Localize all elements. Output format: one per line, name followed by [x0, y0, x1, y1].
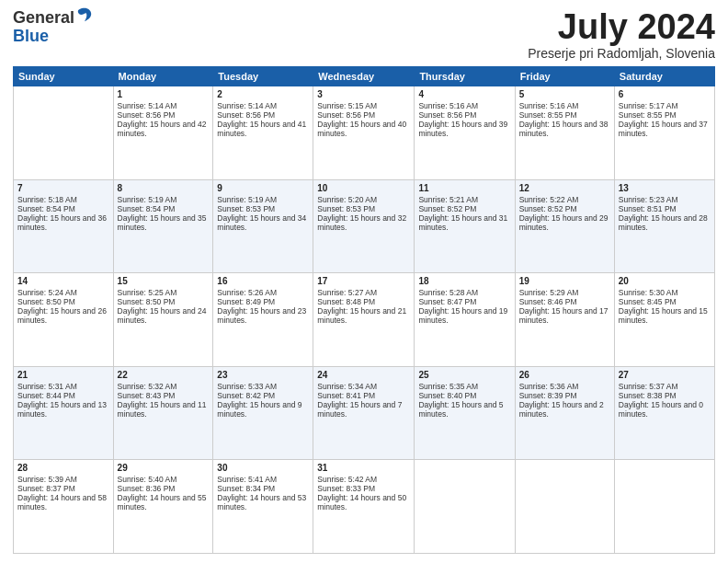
calendar-cell: 4Sunrise: 5:16 AMSunset: 8:56 PMDaylight… — [415, 86, 515, 180]
sunset-text: Sunset: 8:56 PM — [217, 110, 275, 120]
day-number: 20 — [619, 276, 711, 286]
daylight-text: Daylight: 15 hours and 40 minutes. — [317, 120, 406, 138]
sunrise-text: Sunrise: 5:36 AM — [519, 382, 579, 391]
th-saturday: Saturday — [614, 67, 714, 86]
calendar-cell: 13Sunrise: 5:23 AMSunset: 8:51 PMDayligh… — [614, 179, 714, 273]
day-number: 16 — [217, 276, 309, 286]
day-number: 11 — [418, 183, 510, 193]
title-area: July 2024 Preserje pri Radomljah, Sloven… — [528, 9, 715, 61]
sunrise-text: Sunrise: 5:15 AM — [317, 101, 377, 110]
sunset-text: Sunset: 8:34 PM — [217, 484, 275, 493]
sunset-text: Sunset: 8:37 PM — [17, 484, 75, 493]
daylight-text: Daylight: 15 hours and 5 minutes. — [418, 400, 503, 419]
sunrise-text: Sunrise: 5:16 AM — [418, 101, 478, 110]
day-number: 2 — [217, 89, 309, 99]
calendar-cell: 16Sunrise: 5:26 AMSunset: 8:49 PMDayligh… — [213, 273, 313, 367]
day-number: 29 — [118, 463, 210, 473]
sunset-text: Sunset: 8:56 PM — [118, 110, 176, 120]
sunrise-text: Sunrise: 5:26 AM — [217, 288, 277, 297]
daylight-text: Daylight: 15 hours and 38 minutes. — [519, 120, 609, 138]
sunrise-text: Sunrise: 5:33 AM — [217, 382, 277, 391]
calendar-cell: 18Sunrise: 5:28 AMSunset: 8:47 PMDayligh… — [415, 273, 515, 367]
sunrise-text: Sunrise: 5:22 AM — [519, 195, 579, 204]
day-number: 8 — [118, 183, 210, 193]
sunrise-text: Sunrise: 5:19 AM — [118, 195, 177, 204]
sunset-text: Sunset: 8:54 PM — [17, 204, 75, 213]
sunrise-text: Sunrise: 5:14 AM — [118, 101, 177, 110]
daylight-text: Daylight: 15 hours and 21 minutes. — [317, 306, 406, 325]
day-number: 9 — [217, 183, 309, 193]
sunrise-text: Sunrise: 5:41 AM — [217, 475, 277, 484]
logo-blue-text: Blue — [13, 28, 93, 46]
day-number: 18 — [418, 276, 510, 286]
daylight-text: Daylight: 15 hours and 26 minutes. — [17, 306, 107, 325]
sunset-text: Sunset: 8:51 PM — [619, 204, 677, 213]
th-wednesday: Wednesday — [313, 67, 415, 86]
day-number: 5 — [519, 89, 610, 99]
logo-general-text: General — [13, 9, 74, 28]
sunset-text: Sunset: 8:33 PM — [317, 484, 375, 493]
day-number: 10 — [317, 183, 410, 193]
sunrise-text: Sunrise: 5:20 AM — [317, 195, 377, 204]
daylight-text: Daylight: 15 hours and 36 minutes. — [17, 213, 107, 232]
day-number: 30 — [217, 463, 309, 473]
sunset-text: Sunset: 8:38 PM — [619, 391, 677, 400]
daylight-text: Daylight: 15 hours and 0 minutes. — [619, 400, 703, 419]
daylight-text: Daylight: 15 hours and 19 minutes. — [418, 306, 507, 325]
th-friday: Friday — [515, 67, 614, 86]
day-number: 7 — [17, 183, 109, 193]
daylight-text: Daylight: 14 hours and 58 minutes. — [17, 493, 107, 511]
calendar-cell: 31Sunrise: 5:42 AMSunset: 8:33 PMDayligh… — [313, 460, 415, 554]
sunset-text: Sunset: 8:40 PM — [418, 391, 476, 400]
daylight-text: Daylight: 15 hours and 7 minutes. — [317, 400, 402, 419]
daylight-text: Daylight: 15 hours and 13 minutes. — [17, 400, 107, 419]
sunset-text: Sunset: 8:48 PM — [317, 297, 375, 306]
sunrise-text: Sunrise: 5:19 AM — [217, 195, 277, 204]
calendar-cell: 10Sunrise: 5:20 AMSunset: 8:53 PMDayligh… — [313, 179, 415, 273]
daylight-text: Daylight: 15 hours and 35 minutes. — [118, 213, 207, 232]
day-number: 22 — [118, 370, 210, 380]
calendar-week-1: 1Sunrise: 5:14 AMSunset: 8:56 PMDaylight… — [14, 86, 715, 180]
sunset-text: Sunset: 8:56 PM — [317, 110, 375, 120]
sunset-text: Sunset: 8:42 PM — [217, 391, 275, 400]
sunset-text: Sunset: 8:44 PM — [17, 391, 75, 400]
calendar-cell: 14Sunrise: 5:24 AMSunset: 8:50 PMDayligh… — [14, 273, 114, 367]
day-number: 31 — [317, 463, 410, 473]
sunset-text: Sunset: 8:39 PM — [519, 391, 577, 400]
sunrise-text: Sunrise: 5:18 AM — [17, 195, 77, 204]
month-title: July 2024 — [528, 9, 715, 44]
calendar-cell: 29Sunrise: 5:40 AMSunset: 8:36 PMDayligh… — [113, 460, 213, 554]
calendar-cell: 17Sunrise: 5:27 AMSunset: 8:48 PMDayligh… — [313, 273, 415, 367]
day-number: 6 — [619, 89, 711, 99]
calendar-cell: 7Sunrise: 5:18 AMSunset: 8:54 PMDaylight… — [14, 179, 114, 273]
sunset-text: Sunset: 8:50 PM — [118, 297, 176, 306]
daylight-text: Daylight: 15 hours and 34 minutes. — [217, 213, 306, 232]
sunset-text: Sunset: 8:52 PM — [519, 204, 577, 213]
header: General Blue July 2024 Preserje pri Rado… — [13, 9, 715, 61]
day-number: 17 — [317, 276, 410, 286]
calendar-cell: 5Sunrise: 5:16 AMSunset: 8:55 PMDaylight… — [515, 86, 614, 180]
calendar-cell: 15Sunrise: 5:25 AMSunset: 8:50 PMDayligh… — [113, 273, 213, 367]
calendar-cell: 11Sunrise: 5:21 AMSunset: 8:52 PMDayligh… — [415, 179, 515, 273]
th-sunday: Sunday — [14, 67, 114, 86]
calendar-cell: 22Sunrise: 5:32 AMSunset: 8:43 PMDayligh… — [113, 366, 213, 460]
sunrise-text: Sunrise: 5:28 AM — [418, 288, 478, 297]
daylight-text: Daylight: 15 hours and 23 minutes. — [217, 306, 306, 325]
sunset-text: Sunset: 8:50 PM — [17, 297, 75, 306]
th-monday: Monday — [113, 67, 213, 86]
calendar-cell — [515, 460, 614, 554]
sunrise-text: Sunrise: 5:30 AM — [619, 288, 678, 297]
calendar-cell: 3Sunrise: 5:15 AMSunset: 8:56 PMDaylight… — [313, 86, 415, 180]
calendar-week-2: 7Sunrise: 5:18 AMSunset: 8:54 PMDaylight… — [14, 179, 715, 273]
sunset-text: Sunset: 8:55 PM — [519, 110, 577, 120]
day-number: 14 — [17, 276, 109, 286]
calendar-cell — [614, 460, 714, 554]
th-thursday: Thursday — [415, 67, 515, 86]
daylight-text: Daylight: 15 hours and 37 minutes. — [619, 120, 708, 138]
daylight-text: Daylight: 14 hours and 53 minutes. — [217, 493, 306, 511]
sunset-text: Sunset: 8:54 PM — [118, 204, 176, 213]
daylight-text: Daylight: 15 hours and 31 minutes. — [418, 213, 507, 232]
sunset-text: Sunset: 8:52 PM — [418, 204, 476, 213]
sunset-text: Sunset: 8:41 PM — [317, 391, 375, 400]
logo-bird-icon — [76, 6, 93, 23]
